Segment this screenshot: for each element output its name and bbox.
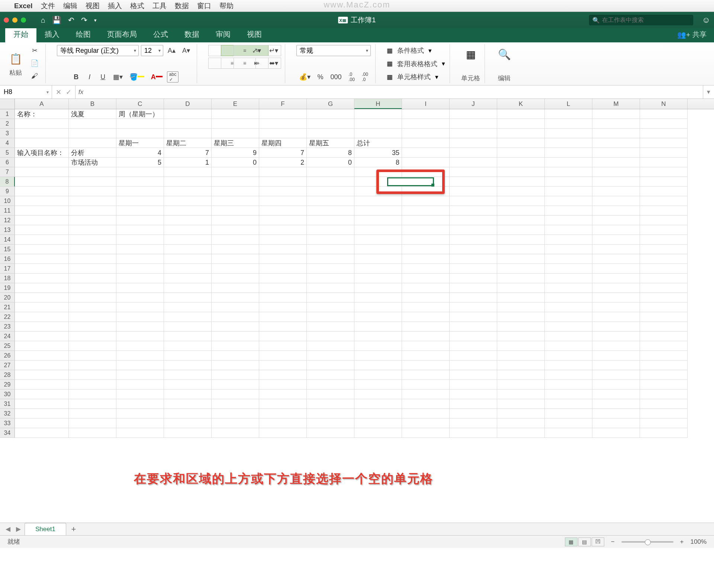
cell-D23[interactable]	[164, 322, 212, 332]
cell-D13[interactable]	[164, 225, 212, 235]
cell-J8[interactable]	[450, 177, 497, 187]
cell-L9[interactable]	[545, 187, 592, 196]
cell-L24[interactable]	[545, 332, 592, 341]
cell-A16[interactable]	[15, 254, 69, 264]
cell-H33[interactable]	[354, 419, 402, 428]
cell-E19[interactable]	[212, 283, 259, 293]
cell-C22[interactable]	[116, 312, 164, 322]
row-header[interactable]: 18	[0, 274, 15, 283]
cell-C21[interactable]	[116, 303, 164, 312]
cell-F7[interactable]	[259, 167, 307, 177]
cells-button[interactable]: ▦	[463, 45, 479, 64]
cell-L20[interactable]	[545, 293, 592, 303]
cell-G31[interactable]	[307, 399, 354, 409]
cell-E29[interactable]	[212, 380, 259, 390]
cell-H7[interactable]	[354, 167, 402, 177]
cell-F3[interactable]	[259, 129, 307, 138]
cell-B32[interactable]	[69, 409, 116, 419]
col-header-E[interactable]: E	[212, 99, 259, 109]
cell-J20[interactable]	[450, 293, 497, 303]
cell-G25[interactable]	[307, 341, 354, 351]
cell-E16[interactable]	[212, 254, 259, 264]
cell-G7[interactable]	[307, 167, 354, 177]
row-header[interactable]: 3	[0, 129, 15, 138]
cell-J2[interactable]	[450, 119, 497, 129]
confirm-formula-icon[interactable]: ✓	[66, 88, 71, 96]
cell-A30[interactable]	[15, 390, 69, 399]
cell-J13[interactable]	[450, 225, 497, 235]
row-header[interactable]: 16	[0, 254, 15, 264]
cell-N13[interactable]	[640, 225, 688, 235]
cell-C1[interactable]: 周（星期一）	[116, 109, 164, 119]
cell-K7[interactable]	[497, 167, 545, 177]
cell-N12[interactable]	[640, 216, 688, 225]
cell-I14[interactable]	[402, 235, 450, 245]
cell-I10[interactable]	[402, 196, 450, 206]
cell-F18[interactable]	[259, 274, 307, 283]
cell-L2[interactable]	[545, 119, 592, 129]
cell-G20[interactable]	[307, 293, 354, 303]
cell-B7[interactable]	[69, 167, 116, 177]
cell-I4[interactable]	[402, 138, 450, 148]
cell-F22[interactable]	[259, 312, 307, 322]
col-header-J[interactable]: J	[450, 99, 497, 109]
cell-D6[interactable]: 1	[164, 158, 212, 167]
cell-A18[interactable]	[15, 274, 69, 283]
cell-N21[interactable]	[640, 303, 688, 312]
cell-A11[interactable]	[15, 206, 69, 216]
decrease-decimal-icon[interactable]: .00.0	[360, 71, 371, 83]
cell-D20[interactable]	[164, 293, 212, 303]
cell-F23[interactable]	[259, 322, 307, 332]
cell-I17[interactable]	[402, 264, 450, 274]
cell-M28[interactable]	[592, 370, 640, 380]
row-header[interactable]: 19	[0, 283, 15, 293]
cell-I25[interactable]	[402, 341, 450, 351]
cell-N30[interactable]	[640, 390, 688, 399]
cell-L5[interactable]	[545, 148, 592, 158]
cell-F14[interactable]	[259, 235, 307, 245]
cell-E33[interactable]	[212, 419, 259, 428]
cell-H13[interactable]	[354, 225, 402, 235]
cell-J31[interactable]	[450, 399, 497, 409]
cell-M11[interactable]	[592, 206, 640, 216]
cell-B6[interactable]: 市场活动	[69, 158, 116, 167]
feedback-icon[interactable]: ☺	[702, 15, 710, 25]
cell-D21[interactable]	[164, 303, 212, 312]
cell-M18[interactable]	[592, 274, 640, 283]
cell-F13[interactable]	[259, 225, 307, 235]
row-header[interactable]: 24	[0, 332, 15, 341]
cancel-formula-icon[interactable]: ✕	[56, 88, 61, 96]
cell-J11[interactable]	[450, 206, 497, 216]
cell-F26[interactable]	[259, 351, 307, 361]
cell-I11[interactable]	[402, 206, 450, 216]
col-header-A[interactable]: A	[15, 99, 69, 109]
row-header[interactable]: 14	[0, 235, 15, 245]
cell-K11[interactable]	[497, 206, 545, 216]
cell-M13[interactable]	[592, 225, 640, 235]
cell-G13[interactable]	[307, 225, 354, 235]
cell-G28[interactable]	[307, 370, 354, 380]
cell-J28[interactable]	[450, 370, 497, 380]
cell-E24[interactable]	[212, 332, 259, 341]
cell-M14[interactable]	[592, 235, 640, 245]
cell-J30[interactable]	[450, 390, 497, 399]
cell-F17[interactable]	[259, 264, 307, 274]
row-header[interactable]: 17	[0, 264, 15, 274]
cell-A32[interactable]	[15, 409, 69, 419]
merge-button[interactable]: ⬌▾	[267, 58, 280, 69]
view-page-layout-icon[interactable]: ▤	[578, 537, 591, 546]
cell-A3[interactable]	[15, 129, 69, 138]
cell-G19[interactable]	[307, 283, 354, 293]
cell-G27[interactable]	[307, 361, 354, 370]
cell-C15[interactable]	[116, 245, 164, 254]
cell-C25[interactable]	[116, 341, 164, 351]
orientation-button[interactable]: ⤢▾	[250, 45, 263, 56]
cell-E25[interactable]	[212, 341, 259, 351]
cell-M10[interactable]	[592, 196, 640, 206]
cell-N8[interactable]	[640, 177, 688, 187]
row-header[interactable]: 5	[0, 148, 15, 158]
underline-button[interactable]: U	[97, 71, 109, 83]
cell-N5[interactable]	[640, 148, 688, 158]
cell-C13[interactable]	[116, 225, 164, 235]
cell-L8[interactable]	[545, 177, 592, 187]
